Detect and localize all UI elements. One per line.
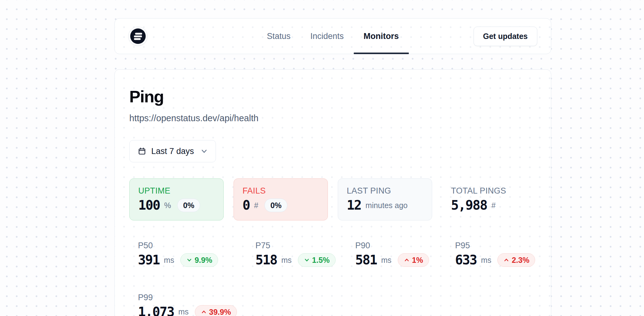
- delta-badge-value: 0%: [183, 201, 194, 210]
- stat-card: LAST PING 12 minutes ago: [338, 178, 432, 220]
- delta-badge: 0%: [177, 199, 200, 212]
- openstatus-logo[interactable]: [128, 27, 148, 46]
- trend-badge: 2.3%: [497, 253, 535, 267]
- get-updates-button[interactable]: Get updates: [474, 27, 537, 46]
- chevron-up-icon: [404, 257, 410, 263]
- percentile-item: P50 391 ms 9.9%: [129, 241, 237, 267]
- trend-badge-value: 1.5%: [312, 255, 330, 265]
- percentile-unit: ms: [164, 256, 174, 265]
- trend-badge-value: 1%: [412, 255, 423, 265]
- percentile-unit: ms: [481, 256, 491, 265]
- monitor-card: Ping https://openstatus.dev/api/health L…: [114, 69, 551, 316]
- percentile-value: 391: [138, 253, 160, 267]
- stats-grid: UPTIME 100 % 0% FAILS 0 #: [129, 178, 536, 220]
- chevron-down-icon: [304, 257, 310, 263]
- stat-value: 12: [347, 198, 361, 212]
- percentile-label: P90: [355, 241, 436, 250]
- monitor-url: https://openstatus.dev/api/health: [129, 113, 536, 123]
- percentile-unit: ms: [178, 307, 188, 316]
- delta-badge: 0%: [264, 199, 287, 212]
- stat-unit: #: [254, 201, 258, 210]
- calendar-icon: [138, 147, 146, 156]
- percentile-value: 1,073: [138, 305, 174, 316]
- stat-label: LAST PING: [347, 186, 423, 196]
- stat-unit: %: [164, 201, 171, 210]
- trend-badge: 1%: [398, 253, 429, 267]
- percentile-unit: ms: [281, 256, 292, 265]
- trend-badge-value: 2.3%: [512, 255, 529, 265]
- percentile-item: P95 633 ms 2.3%: [446, 241, 536, 267]
- chevron-down-icon: [201, 148, 208, 155]
- nav-tab[interactable]: Status: [257, 19, 301, 54]
- trend-badge: 1.5%: [298, 253, 336, 267]
- percentile-label: P50: [138, 241, 237, 250]
- stat-unit: #: [491, 201, 496, 210]
- percentile-item: P75 518 ms 1.5%: [247, 241, 337, 267]
- stat-card: FAILS 0 # 0%: [234, 178, 328, 220]
- chevron-up-icon: [201, 309, 207, 315]
- main-nav: Status Incidents Monitors: [257, 19, 409, 54]
- percentile-unit: ms: [381, 256, 391, 265]
- trend-badge: 9.9%: [180, 253, 218, 267]
- stat-value: 0: [243, 198, 250, 212]
- stat-value: 5,988: [451, 198, 487, 212]
- percentile-item: P99 1,073 ms 39.9%: [129, 293, 237, 316]
- chevron-down-icon: [186, 257, 192, 263]
- stat-label: UPTIME: [138, 186, 215, 196]
- stat-card: UPTIME 100 % 0%: [129, 178, 224, 220]
- trend-badge-value: 39.9%: [209, 307, 231, 316]
- percentile-value: 581: [355, 253, 377, 267]
- page-title: Ping: [129, 88, 536, 106]
- percentiles-grid: P50 391 ms 9.9%: [129, 241, 536, 316]
- percentile-label: P75: [255, 241, 337, 250]
- date-range-label: Last 7 days: [151, 147, 194, 156]
- chevron-up-icon: [503, 257, 509, 263]
- openstatus-logo-icon: [130, 28, 146, 44]
- nav-tab[interactable]: Monitors: [354, 19, 409, 54]
- percentile-value: 633: [455, 253, 477, 267]
- page: Status Incidents Monitors Get updates Pi…: [0, 0, 644, 316]
- percentile-item: P90 581 ms 1%: [346, 241, 436, 267]
- stat-label: TOTAL PINGS: [451, 186, 527, 196]
- stat-value: 100: [138, 198, 160, 212]
- stat-unit: minutes ago: [366, 201, 408, 210]
- percentile-label: P95: [455, 241, 536, 250]
- trend-badge-value: 9.9%: [195, 255, 212, 265]
- header-bar: Status Incidents Monitors Get updates: [114, 18, 551, 54]
- stat-label: FAILS: [243, 186, 319, 196]
- percentile-label: P99: [138, 293, 237, 302]
- delta-badge-value: 0%: [270, 201, 281, 210]
- stat-card: TOTAL PINGS 5,988 #: [442, 178, 536, 220]
- percentile-value: 518: [255, 253, 277, 267]
- date-range-button[interactable]: Last 7 days: [129, 140, 216, 162]
- nav-tab[interactable]: Incidents: [300, 19, 354, 54]
- trend-badge: 39.9%: [195, 305, 237, 316]
